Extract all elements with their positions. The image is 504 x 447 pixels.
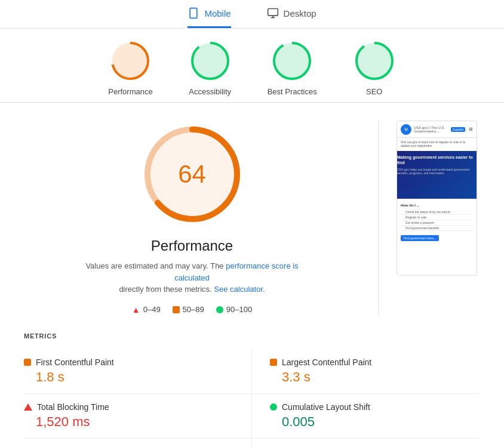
red-triangle-icon: ▲ bbox=[132, 305, 140, 315]
score-circle-performance: Performance bbox=[108, 39, 152, 96]
cls-name: Cumulative Layout Shift bbox=[282, 402, 370, 412]
description-mid: directly from these metrics. bbox=[119, 285, 211, 294]
tab-desktop-label: Desktop bbox=[284, 8, 316, 19]
lcp-name: Largest Contentful Paint bbox=[282, 357, 371, 367]
screenshot-list-item-1: Check the status of my tax refund bbox=[401, 209, 473, 215]
fcp-name: First Contentful Paint bbox=[36, 357, 114, 367]
metrics-grid: First Contentful Paint 1.8 s Largest Con… bbox=[24, 349, 480, 448]
performance-description: Values are estimated and may vary. The p… bbox=[79, 260, 306, 295]
screenshot-list-item-2: Register to vote bbox=[401, 215, 473, 220]
fcp-value: 1.8 s bbox=[36, 369, 228, 385]
performance-circle-label: Performance bbox=[108, 87, 152, 96]
metric-tbt: Total Blocking Time 1,520 ms bbox=[24, 394, 252, 439]
see-calculator-link[interactable]: See calculator. bbox=[214, 285, 265, 294]
fcp-indicator bbox=[24, 359, 31, 366]
lcp-value: 3.3 s bbox=[282, 369, 480, 385]
legend-red-range: 0–49 bbox=[143, 305, 161, 314]
score-legend: ▲ 0–49 50–89 90–100 bbox=[132, 305, 252, 315]
metric-lcp-header: Largest Contentful Paint bbox=[270, 357, 480, 367]
green-circle-icon bbox=[216, 306, 223, 313]
screenshot-container: U USA.gov | The U.S. Government's ... Es… bbox=[397, 121, 477, 276]
screenshot-list-item-4: Find government benefits bbox=[401, 226, 473, 231]
metric-cls-header: Cumulative Layout Shift bbox=[270, 402, 480, 412]
metric-lcp: Largest Contentful Paint 3.3 s bbox=[252, 349, 480, 394]
cls-indicator bbox=[270, 403, 277, 411]
tab-desktop[interactable]: Desktop bbox=[267, 7, 316, 28]
seo-circle-label: SEO bbox=[366, 87, 382, 96]
best-practices-circle-label: Best Practices bbox=[268, 87, 317, 96]
mobile-icon bbox=[188, 7, 199, 19]
legend-green-range: 90–100 bbox=[226, 305, 252, 314]
legend-red: ▲ 0–49 bbox=[132, 305, 161, 315]
metric-tbt-header: Total Blocking Time bbox=[24, 402, 228, 412]
screenshot-how-label: How do I ... bbox=[401, 201, 473, 209]
performance-circle-svg bbox=[109, 39, 152, 82]
screenshot-header: U USA.gov | The U.S. Government's ... Es… bbox=[397, 121, 477, 138]
best-practices-circle-svg bbox=[271, 39, 314, 82]
score-circle-accessibility: Accessibility bbox=[189, 39, 232, 96]
accessibility-circle-label: Accessibility bbox=[189, 87, 231, 96]
tab-mobile-label: Mobile bbox=[204, 8, 231, 19]
cls-value: 0.005 bbox=[282, 414, 480, 430]
big-score-number: 64 bbox=[178, 160, 206, 189]
screenshot-subtext: Visit usa.gov to learn how to register t… bbox=[401, 140, 473, 147]
legend-green: 90–100 bbox=[216, 305, 252, 314]
score-circle-seo: SEO bbox=[353, 39, 396, 96]
score-circle-best-practices: Best Practices bbox=[268, 39, 317, 96]
desktop-icon bbox=[267, 7, 279, 19]
metric-fcp-header: First Contentful Paint bbox=[24, 357, 228, 367]
lcp-indicator bbox=[270, 359, 277, 366]
legend-orange: 50–89 bbox=[173, 305, 204, 314]
usa-gov-logo: U bbox=[401, 124, 411, 135]
right-panel: U USA.gov | The U.S. Government's ... Es… bbox=[397, 121, 480, 315]
device-tabs: Mobile Desktop bbox=[0, 0, 504, 29]
screenshot-hero-title: Making government services easier to fin… bbox=[397, 155, 477, 165]
orange-square-icon bbox=[173, 306, 180, 313]
tab-mobile[interactable]: Mobile bbox=[188, 7, 231, 28]
accessibility-circle-svg bbox=[189, 39, 232, 82]
left-panel: 64 Performance Values are estimated and … bbox=[24, 121, 360, 315]
metric-fcp: First Contentful Paint 1.8 s bbox=[24, 349, 252, 394]
metrics-section: METRICS First Contentful Paint 1.8 s Lar… bbox=[0, 326, 504, 448]
metric-si: Speed Index 3.2 s bbox=[24, 439, 252, 448]
metrics-title: METRICS bbox=[24, 332, 480, 340]
espanol-btn: Español bbox=[451, 127, 465, 132]
performance-title: Performance bbox=[151, 238, 233, 254]
tbt-name: Total Blocking Time bbox=[37, 402, 109, 412]
score-circles-row: Performance Accessibility Best Practices… bbox=[0, 29, 504, 103]
vertical-divider bbox=[378, 121, 379, 315]
legend-orange-range: 50–89 bbox=[183, 305, 204, 314]
tbt-value: 1,520 ms bbox=[36, 414, 228, 430]
seo-circle-svg bbox=[353, 39, 396, 82]
screenshot-hero-sub: USA.gov helps you locate and understand … bbox=[397, 168, 477, 175]
screenshot-inner: U USA.gov | The U.S. Government's ... Es… bbox=[397, 121, 477, 275]
screenshot-body: Visit usa.gov to learn how to register t… bbox=[397, 138, 477, 151]
screenshot-how-section: How do I ... Check the status of my tax … bbox=[397, 199, 477, 244]
search-icon-screenshot: ⊞ bbox=[469, 127, 473, 132]
screenshot-nav-text: USA.gov | The U.S. Government's ... bbox=[414, 126, 448, 133]
svg-rect-0 bbox=[190, 8, 198, 19]
screenshot-list-item-3: Get renew a passport bbox=[401, 220, 473, 226]
big-score-container: 64 bbox=[139, 121, 246, 228]
tbt-indicator bbox=[24, 403, 32, 411]
metric-cls: Cumulative Layout Shift 0.005 bbox=[252, 394, 480, 439]
svg-rect-2 bbox=[268, 9, 278, 16]
screenshot-cta-btn: Find government bene... bbox=[401, 235, 439, 241]
description-text: Values are estimated and may vary. The bbox=[85, 261, 223, 270]
main-content: 64 Performance Values are estimated and … bbox=[0, 103, 504, 326]
screenshot-hero: Making government services easier to fin… bbox=[397, 151, 477, 199]
